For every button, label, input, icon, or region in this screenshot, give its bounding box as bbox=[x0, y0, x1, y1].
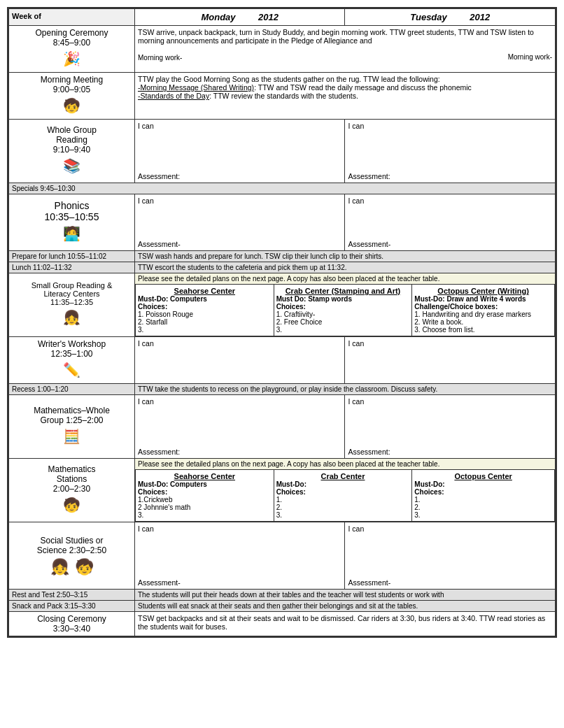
math-octopus-choices-label: Choices: bbox=[414, 488, 444, 496]
math-octopus-mustdo: Must-Do: bbox=[414, 480, 444, 488]
lunch-content: TTW escort the students to the cafeteria… bbox=[135, 262, 556, 273]
literacy-centers-row: Small Group Reading & Literacy Centers 1… bbox=[9, 273, 556, 337]
math-seahorse-choices-label: Choices: bbox=[138, 488, 167, 496]
math-seahorse-header: Seahorse Center bbox=[138, 472, 272, 480]
literacy-icon: 👧 bbox=[12, 309, 132, 326]
lunch-time: Lunch 11:02–11:32 bbox=[9, 262, 135, 273]
whole-group-tuesday: I can Assessment: bbox=[345, 120, 556, 183]
whole-group-monday: I can Assessment: bbox=[135, 120, 345, 183]
seahorse-mustdo: Must-Do: Computers bbox=[138, 295, 207, 303]
octopus-header: Octopus Center (Writing) bbox=[414, 287, 552, 295]
math-crab-choice-2: 2. bbox=[276, 504, 410, 511]
phonics-tuesday: I can Assessment- bbox=[345, 194, 556, 251]
closing-content: TSW get backpacks and sit at their seats… bbox=[135, 612, 556, 636]
whole-group-reading-row: Whole Group Reading 9:10–9:40 📚 I can As… bbox=[9, 120, 556, 183]
social-icon-1: 👧 bbox=[50, 558, 69, 576]
math-whole-icon: 🧮 bbox=[12, 428, 132, 445]
seahorse-choices-label: Choices: bbox=[138, 303, 167, 311]
tuesday-header: Tuesday 2012 bbox=[345, 9, 556, 26]
prepare-lunch-time: Prepare for lunch 10:55–11:02 bbox=[9, 251, 135, 262]
monday-header: Monday 2012 bbox=[135, 9, 345, 26]
octopus-challenge: Challenge/Choice boxes: bbox=[414, 303, 498, 311]
morning-content: TTW play the Good Morning Song as the st… bbox=[135, 73, 556, 120]
morning-time: Morning Meeting 9:00–9:05 🧒 bbox=[9, 73, 135, 120]
specials-content: Specials 9:45–10:30 bbox=[9, 183, 556, 194]
closing-time: Closing Ceremony 3:30–3:40 bbox=[9, 612, 135, 636]
opening-content: TSW arrive, unpack backpack, turn in Stu… bbox=[135, 26, 556, 73]
social-studies-row: Social Studies or Science 2:30–2:50 👧 🧒 … bbox=[9, 522, 556, 590]
writers-time: Writer's Workshop 12:35–1:00 ✏️ bbox=[9, 337, 135, 384]
writers-tuesday: I can bbox=[345, 337, 556, 384]
recess-time: Recess 1:00–1:20 bbox=[9, 384, 135, 395]
specials-row: Specials 9:45–10:30 bbox=[9, 183, 556, 194]
crab-header: Crab Center (Stamping and Art) bbox=[276, 287, 410, 295]
math-whole-monday: I can Assessment: bbox=[135, 395, 345, 459]
week-of-label: Week of bbox=[9, 9, 135, 26]
social-studies-time: Social Studies or Science 2:30–2:50 👧 🧒 bbox=[9, 522, 135, 590]
seahorse-choice-3: 3. bbox=[138, 326, 272, 334]
seahorse-choice-1: 1. Poisson Rouge bbox=[138, 311, 272, 318]
morning-icon: 🧒 bbox=[12, 97, 132, 114]
math-whole-tuesday: I can Assessment: bbox=[345, 395, 556, 459]
phonics-icon: 🧑‍💻 bbox=[12, 225, 132, 242]
math-crab-choices-label: Choices: bbox=[276, 488, 306, 496]
phonics-time: Phonics 10:35–10:55 🧑‍💻 bbox=[9, 194, 135, 251]
seahorse-choice-2: 2. Starfall bbox=[138, 318, 272, 326]
snack-pack-content: Students will eat snack at their seats a… bbox=[135, 601, 556, 612]
opening-time: Opening Ceremony 8:45–9:00 🎉 bbox=[9, 26, 135, 73]
math-seahorse-choice-2: 2 Johnnie's math bbox=[138, 504, 272, 511]
crab-choice-1: 1. Craftiivity- bbox=[276, 311, 410, 318]
math-seahorse-choice-1: 1.Crickweb bbox=[138, 496, 272, 504]
crab-choice-2: 2. Free Choice bbox=[276, 318, 410, 326]
writers-workshop-row: Writer's Workshop 12:35–1:00 ✏️ I can I … bbox=[9, 337, 556, 384]
math-stations-row: Mathematics Stations 2:00–2:30 🧒 Please … bbox=[9, 459, 556, 522]
header-row: Week of Monday 2012 Tuesday 2012 bbox=[9, 9, 556, 26]
opening-icon: 🎉 bbox=[12, 50, 132, 67]
opening-ceremony-row: Opening Ceremony 8:45–9:00 🎉 TSW arrive,… bbox=[9, 26, 556, 73]
literacy-note: Please see the detailed plans on the nex… bbox=[135, 273, 555, 284]
math-octopus-choice-2: 2. bbox=[414, 504, 552, 511]
rest-test-time: Rest and Test 2:50–3:15 bbox=[9, 590, 135, 601]
octopus-mustdo: Must-Do: Draw and Write 4 words bbox=[414, 295, 526, 303]
octopus-choice-2: 2. Write a book. bbox=[414, 318, 552, 326]
snack-pack-row: Snack and Pack 3:15–3:30 Students will e… bbox=[9, 601, 556, 612]
math-stations-content: Please see the detailed plans on the nex… bbox=[135, 459, 556, 522]
phonics-row: Phonics 10:35–10:55 🧑‍💻 I can Assessment… bbox=[9, 194, 556, 251]
recess-row: Recess 1:00–1:20 TTW take the students t… bbox=[9, 384, 556, 395]
math-seahorse-mustdo: Must-Do: Computers bbox=[138, 480, 207, 488]
octopus-choice-3: 3. Choose from list. bbox=[414, 326, 552, 334]
math-octopus-choice-3: 3. bbox=[414, 511, 552, 519]
rest-test-content: The students will put their heads down a… bbox=[135, 590, 556, 601]
math-crab-mustdo: Must-Do: bbox=[276, 480, 306, 488]
prepare-lunch-content: TSW wash hands and prepare for lunch. TS… bbox=[135, 251, 556, 262]
literacy-time: Small Group Reading & Literacy Centers 1… bbox=[9, 273, 135, 337]
social-monday: I can Assessment- bbox=[135, 522, 345, 590]
literacy-stations-content: Please see the detailed plans on the nex… bbox=[135, 273, 556, 337]
crab-mustdo: Must Do: Stamp words bbox=[276, 295, 352, 303]
phonics-monday: I can Assessment- bbox=[135, 194, 345, 251]
closing-ceremony-row: Closing Ceremony 3:30–3:40 TSW get backp… bbox=[9, 612, 556, 636]
math-crab-choice-3: 3. bbox=[276, 511, 410, 519]
math-whole-time: Mathematics–Whole Group 1:25–2:00 🧮 bbox=[9, 395, 135, 459]
math-crab-choice-1: 1. bbox=[276, 496, 410, 504]
whole-group-time: Whole Group Reading 9:10–9:40 📚 bbox=[9, 120, 135, 183]
math-stations-icon: 🧒 bbox=[12, 497, 132, 513]
math-octopus-choice-1: 1. bbox=[414, 496, 552, 504]
recess-content: TTW take the students to recess on the p… bbox=[135, 384, 556, 395]
writers-monday: I can bbox=[135, 337, 345, 384]
lunch-row: Lunch 11:02–11:32 TTW escort the student… bbox=[9, 262, 556, 273]
math-whole-group-row: Mathematics–Whole Group 1:25–2:00 🧮 I ca… bbox=[9, 395, 556, 459]
social-tuesday: I can Assessment- bbox=[345, 522, 556, 590]
math-seahorse-choice-3: 3. bbox=[138, 511, 272, 519]
math-stations-time: Mathematics Stations 2:00–2:30 🧒 bbox=[9, 459, 135, 522]
morning-meeting-row: Morning Meeting 9:00–9:05 🧒 TTW play the… bbox=[9, 73, 556, 120]
crab-choices-label: Choices: bbox=[276, 303, 306, 311]
math-crab-header: Crab Center bbox=[276, 472, 410, 480]
reading-icon: 📚 bbox=[12, 157, 132, 174]
rest-test-row: Rest and Test 2:50–3:15 The students wil… bbox=[9, 590, 556, 601]
lesson-plan-page: Week of Monday 2012 Tuesday 2012 Opening… bbox=[7, 7, 557, 638]
math-octopus-header: Octopus Center bbox=[414, 472, 552, 480]
seahorse-header: Seahorse Center bbox=[138, 287, 272, 295]
prepare-lunch-row: Prepare for lunch 10:55–11:02 TSW wash h… bbox=[9, 251, 556, 262]
math-note: Please see the detailed plans on the nex… bbox=[135, 459, 555, 469]
